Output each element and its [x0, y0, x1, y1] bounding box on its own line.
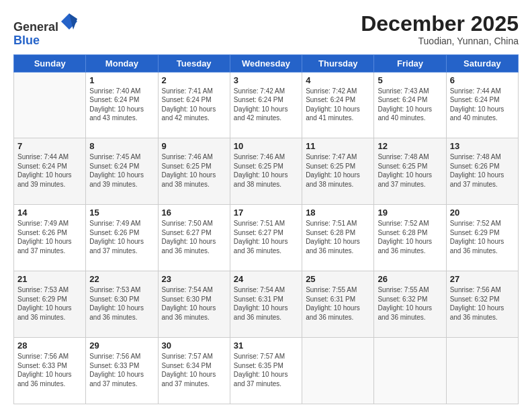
day-number: 27: [450, 274, 515, 284]
calendar-cell: 31Sunrise: 7:57 AM Sunset: 6:35 PM Dayli…: [230, 338, 302, 404]
calendar-week-row: 7Sunrise: 7:44 AM Sunset: 6:24 PM Daylig…: [14, 138, 519, 205]
weekday-header-tuesday: Tuesday: [158, 54, 230, 72]
calendar-cell: 26Sunrise: 7:55 AM Sunset: 6:32 PM Dayli…: [374, 271, 446, 338]
day-number: 14: [17, 208, 82, 218]
day-info: Sunrise: 7:53 AM Sunset: 6:30 PM Dayligh…: [89, 285, 154, 322]
weekday-header-wednesday: Wednesday: [230, 54, 302, 72]
calendar-cell: 13Sunrise: 7:48 AM Sunset: 6:26 PM Dayli…: [446, 138, 518, 205]
day-info: Sunrise: 7:42 AM Sunset: 6:24 PM Dayligh…: [234, 87, 298, 123]
calendar-cell: 14Sunrise: 7:49 AM Sunset: 6:26 PM Dayli…: [14, 205, 86, 271]
calendar-week-row: 14Sunrise: 7:49 AM Sunset: 6:26 PM Dayli…: [14, 205, 519, 271]
day-info: Sunrise: 7:56 AM Sunset: 6:33 PM Dayligh…: [89, 352, 154, 388]
calendar-cell: 6Sunrise: 7:44 AM Sunset: 6:24 PM Daylig…: [446, 72, 518, 138]
day-info: Sunrise: 7:44 AM Sunset: 6:24 PM Dayligh…: [450, 87, 515, 123]
day-info: Sunrise: 7:50 AM Sunset: 6:27 PM Dayligh…: [162, 219, 226, 255]
calendar-week-row: 28Sunrise: 7:56 AM Sunset: 6:33 PM Dayli…: [14, 338, 519, 404]
calendar-cell: 24Sunrise: 7:54 AM Sunset: 6:31 PM Dayli…: [230, 271, 302, 338]
calendar-cell: 2Sunrise: 7:41 AM Sunset: 6:24 PM Daylig…: [158, 72, 230, 138]
day-number: 17: [234, 208, 298, 218]
day-info: Sunrise: 7:41 AM Sunset: 6:24 PM Dayligh…: [162, 87, 226, 123]
day-number: 30: [162, 340, 226, 351]
calendar-cell: 9Sunrise: 7:46 AM Sunset: 6:25 PM Daylig…: [158, 138, 230, 205]
header: General Blue December 2025 Tuodian, Yunn…: [13, 12, 519, 48]
day-info: Sunrise: 7:45 AM Sunset: 6:24 PM Dayligh…: [89, 152, 154, 189]
calendar-cell: 30Sunrise: 7:57 AM Sunset: 6:34 PM Dayli…: [158, 338, 230, 404]
day-info: Sunrise: 7:55 AM Sunset: 6:32 PM Dayligh…: [378, 285, 442, 322]
day-number: 15: [89, 208, 154, 218]
day-number: 7: [17, 141, 82, 151]
calendar-cell: 25Sunrise: 7:55 AM Sunset: 6:31 PM Dayli…: [302, 271, 374, 338]
calendar-cell: 8Sunrise: 7:45 AM Sunset: 6:24 PM Daylig…: [86, 138, 158, 205]
day-number: 26: [378, 274, 442, 284]
day-info: Sunrise: 7:47 AM Sunset: 6:25 PM Dayligh…: [306, 152, 370, 189]
calendar-cell: 7Sunrise: 7:44 AM Sunset: 6:24 PM Daylig…: [14, 138, 86, 205]
logo-text: General Blue: [13, 12, 79, 48]
day-number: 28: [17, 340, 82, 351]
calendar-week-row: 1Sunrise: 7:40 AM Sunset: 6:24 PM Daylig…: [14, 72, 519, 138]
calendar-cell: 5Sunrise: 7:43 AM Sunset: 6:24 PM Daylig…: [374, 72, 446, 138]
day-info: Sunrise: 7:53 AM Sunset: 6:29 PM Dayligh…: [17, 285, 82, 322]
calendar-cell: 11Sunrise: 7:47 AM Sunset: 6:25 PM Dayli…: [302, 138, 374, 205]
day-number: 13: [450, 141, 515, 151]
day-info: Sunrise: 7:51 AM Sunset: 6:28 PM Dayligh…: [306, 219, 370, 255]
calendar-week-row: 21Sunrise: 7:53 AM Sunset: 6:29 PM Dayli…: [14, 271, 519, 338]
day-number: 10: [234, 141, 298, 151]
day-info: Sunrise: 7:49 AM Sunset: 6:26 PM Dayligh…: [89, 219, 154, 255]
day-number: 23: [162, 274, 226, 284]
logo-icon: [60, 12, 79, 31]
day-info: Sunrise: 7:54 AM Sunset: 6:30 PM Dayligh…: [162, 285, 226, 322]
calendar-cell: [14, 72, 86, 138]
logo-blue: Blue: [13, 34, 40, 47]
page: General Blue December 2025 Tuodian, Yunn…: [0, 0, 532, 411]
logo: General Blue: [13, 12, 79, 48]
day-info: Sunrise: 7:57 AM Sunset: 6:35 PM Dayligh…: [234, 352, 298, 388]
calendar-cell: 3Sunrise: 7:42 AM Sunset: 6:24 PM Daylig…: [230, 72, 302, 138]
calendar-cell: 17Sunrise: 7:51 AM Sunset: 6:27 PM Dayli…: [230, 205, 302, 271]
calendar-cell: 18Sunrise: 7:51 AM Sunset: 6:28 PM Dayli…: [302, 205, 374, 271]
weekday-header-row: SundayMondayTuesdayWednesdayThursdayFrid…: [14, 54, 519, 72]
day-info: Sunrise: 7:46 AM Sunset: 6:25 PM Dayligh…: [162, 152, 226, 189]
day-number: 20: [450, 208, 515, 218]
day-info: Sunrise: 7:49 AM Sunset: 6:26 PM Dayligh…: [17, 219, 82, 255]
day-number: 12: [378, 141, 442, 151]
day-number: 19: [378, 208, 442, 218]
weekday-header-monday: Monday: [86, 54, 158, 72]
calendar-cell: 27Sunrise: 7:56 AM Sunset: 6:32 PM Dayli…: [446, 271, 518, 338]
day-info: Sunrise: 7:48 AM Sunset: 6:25 PM Dayligh…: [378, 152, 442, 189]
day-number: 22: [89, 274, 154, 284]
location: Tuodian, Yunnan, China: [361, 36, 519, 46]
day-number: 16: [162, 208, 226, 218]
calendar-cell: 4Sunrise: 7:42 AM Sunset: 6:24 PM Daylig…: [302, 72, 374, 138]
day-number: 3: [234, 75, 298, 85]
day-number: 29: [89, 340, 154, 351]
day-number: 21: [17, 274, 82, 284]
day-number: 5: [378, 75, 442, 85]
day-info: Sunrise: 7:51 AM Sunset: 6:27 PM Dayligh…: [234, 219, 298, 255]
calendar-cell: 1Sunrise: 7:40 AM Sunset: 6:24 PM Daylig…: [86, 72, 158, 138]
day-number: 25: [306, 274, 370, 284]
day-info: Sunrise: 7:48 AM Sunset: 6:26 PM Dayligh…: [450, 152, 515, 189]
calendar-cell: [446, 338, 518, 404]
day-number: 24: [234, 274, 298, 284]
calendar-cell: 15Sunrise: 7:49 AM Sunset: 6:26 PM Dayli…: [86, 205, 158, 271]
day-number: 8: [89, 141, 154, 151]
day-info: Sunrise: 7:55 AM Sunset: 6:31 PM Dayligh…: [306, 285, 370, 322]
calendar-cell: 29Sunrise: 7:56 AM Sunset: 6:33 PM Dayli…: [86, 338, 158, 404]
title-block: December 2025 Tuodian, Yunnan, China: [361, 12, 519, 46]
calendar-table: SundayMondayTuesdayWednesdayThursdayFrid…: [13, 54, 519, 404]
calendar-cell: 20Sunrise: 7:52 AM Sunset: 6:29 PM Dayli…: [446, 205, 518, 271]
day-info: Sunrise: 7:52 AM Sunset: 6:28 PM Dayligh…: [378, 219, 442, 255]
calendar-cell: [302, 338, 374, 404]
day-info: Sunrise: 7:43 AM Sunset: 6:24 PM Dayligh…: [378, 87, 442, 123]
calendar-cell: 16Sunrise: 7:50 AM Sunset: 6:27 PM Dayli…: [158, 205, 230, 271]
weekday-header-sunday: Sunday: [14, 54, 86, 72]
day-info: Sunrise: 7:52 AM Sunset: 6:29 PM Dayligh…: [450, 219, 515, 255]
day-info: Sunrise: 7:56 AM Sunset: 6:32 PM Dayligh…: [450, 285, 515, 322]
day-number: 31: [234, 340, 298, 351]
day-number: 1: [89, 75, 154, 85]
day-number: 9: [162, 141, 226, 151]
calendar-cell: 12Sunrise: 7:48 AM Sunset: 6:25 PM Dayli…: [374, 138, 446, 205]
day-info: Sunrise: 7:40 AM Sunset: 6:24 PM Dayligh…: [89, 87, 154, 123]
calendar-cell: 28Sunrise: 7:56 AM Sunset: 6:33 PM Dayli…: [14, 338, 86, 404]
day-number: 2: [162, 75, 226, 85]
